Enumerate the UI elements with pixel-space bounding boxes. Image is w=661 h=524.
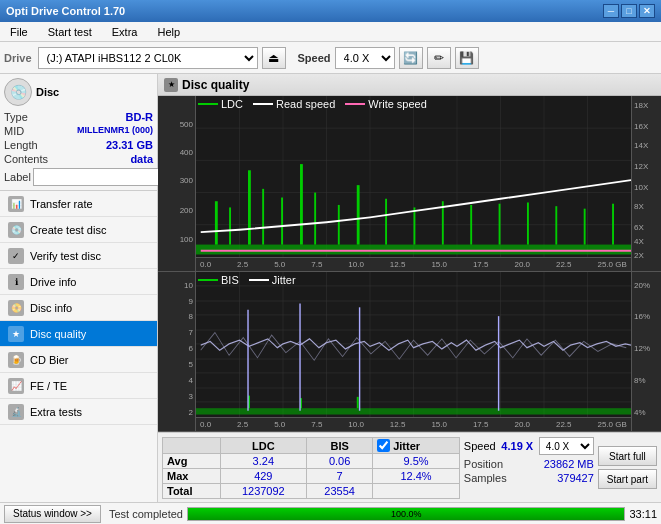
label-input[interactable] [33, 168, 166, 186]
drive-info-icon: ℹ [8, 274, 24, 290]
x-15: 15.0 [431, 260, 447, 269]
menu-help[interactable]: Help [151, 25, 186, 39]
progress-bar: 100.0% [187, 507, 626, 521]
mid-key: MID [4, 125, 24, 137]
x-17_5: 17.5 [473, 260, 489, 269]
mid-val: MILLENMR1 (000) [77, 125, 153, 137]
charts-container: LDC Read speed Write speed 500 400 300 2… [158, 96, 661, 432]
cd-bier-label: CD Bier [30, 354, 69, 366]
maximize-button[interactable]: □ [621, 4, 637, 18]
svg-rect-27 [499, 204, 501, 245]
fe-te-icon: 📈 [8, 378, 24, 394]
sidebar: 💿 Disc Type BD-R MID MILLENMR1 (000) Len… [0, 74, 158, 502]
bx-25: 25.0 GB [598, 420, 627, 429]
close-button[interactable]: ✕ [639, 4, 655, 18]
y-label-16x: 16X [634, 121, 648, 130]
disc-info-icon: 📀 [8, 300, 24, 316]
menu-bar: File Start test Extra Help [0, 22, 661, 42]
bx-5: 5.0 [274, 420, 285, 429]
disc-info-label: Disc info [30, 302, 72, 314]
col-jitter-check[interactable]: Jitter [373, 438, 460, 454]
refresh-button[interactable]: 🔄 [399, 47, 423, 69]
bx-22_5: 22.5 [556, 420, 572, 429]
bx-20: 20.0 [514, 420, 530, 429]
main-layout: 💿 Disc Type BD-R MID MILLENMR1 (000) Len… [0, 74, 661, 502]
y-label-16pct: 16% [634, 312, 650, 321]
edit-button[interactable]: ✏ [427, 47, 451, 69]
start-part-button[interactable]: Start part [598, 469, 657, 489]
content-area: ★ Disc quality LDC Read speed Write spee… [158, 74, 661, 502]
sidebar-item-transfer-rate[interactable]: 📊 Transfer rate [0, 191, 157, 217]
sidebar-item-verify-test-disc[interactable]: ✓ Verify test disc [0, 243, 157, 269]
disc-quality-icon: ★ [8, 326, 24, 342]
y-label-100: 100 [180, 235, 193, 244]
bottom-y-axis-right: 20% 16% 12% 8% 4% [631, 272, 661, 431]
y-label-7: 7 [189, 328, 193, 337]
cd-bier-icon: 🍺 [8, 352, 24, 368]
avg-jitter: 9.5% [373, 454, 460, 469]
menu-file[interactable]: File [4, 25, 34, 39]
sidebar-item-create-test-disc[interactable]: 💿 Create test disc [0, 217, 157, 243]
y-label-200: 200 [180, 205, 193, 214]
legend-read-speed: Read speed [276, 98, 335, 110]
sidebar-item-disc-quality[interactable]: ★ Disc quality [0, 321, 157, 347]
avg-bis: 0.06 [307, 454, 373, 469]
bottom-x-axis: 0.0 2.5 5.0 7.5 10.0 12.5 15.0 17.5 20.0… [196, 417, 631, 431]
svg-rect-29 [555, 206, 557, 244]
x-22_5: 22.5 [556, 260, 572, 269]
speed-sel[interactable]: 4.0 X 8.0 X [539, 437, 594, 455]
sidebar-item-cd-bier[interactable]: 🍺 CD Bier [0, 347, 157, 373]
stats-table: LDC BIS Jitter Avg 3.24 0.06 [162, 437, 460, 499]
y-label-5: 5 [189, 360, 193, 369]
y-label-14x: 14X [634, 140, 648, 149]
bottom-chart-plot [196, 272, 631, 417]
drive-select[interactable]: (J:) ATAPI iHBS112 2 CL0K [38, 47, 258, 69]
chart-icon: ★ [164, 78, 178, 92]
x-25: 25.0 GB [598, 260, 627, 269]
sidebar-item-fe-te[interactable]: 📈 FE / TE [0, 373, 157, 399]
svg-rect-53 [357, 397, 359, 408]
sidebar-item-extra-tests[interactable]: 🔬 Extra tests [0, 399, 157, 425]
extra-tests-label: Extra tests [30, 406, 82, 418]
chart-title: Disc quality [182, 78, 249, 92]
avg-ldc: 3.24 [220, 454, 307, 469]
svg-rect-24 [414, 207, 416, 244]
drive-info-label: Drive info [30, 276, 76, 288]
start-full-button[interactable]: Start full [598, 446, 657, 466]
x-0: 0.0 [200, 260, 211, 269]
drive-label: Drive [4, 52, 32, 64]
y-label-18x: 18X [634, 100, 648, 109]
x-12_5: 12.5 [390, 260, 406, 269]
position-label: Position [464, 458, 528, 470]
contents-key: Contents [4, 153, 48, 165]
type-val: BD-R [126, 111, 154, 123]
bottom-chart-svg [196, 272, 631, 417]
minimize-button[interactable]: ─ [603, 4, 619, 18]
y-label-8pct: 8% [634, 376, 646, 385]
bx-12_5: 12.5 [390, 420, 406, 429]
eject-button[interactable]: ⏏ [262, 47, 286, 69]
y-label-2: 2 [189, 407, 193, 416]
max-label: Max [163, 469, 221, 484]
sidebar-item-drive-info[interactable]: ℹ Drive info [0, 269, 157, 295]
menu-extra[interactable]: Extra [106, 25, 144, 39]
svg-rect-23 [385, 199, 387, 245]
y-label-10x: 10X [634, 182, 648, 191]
verify-test-disc-icon: ✓ [8, 248, 24, 264]
fe-te-label: FE / TE [30, 380, 67, 392]
legend-write-speed: Write speed [368, 98, 427, 110]
y-label-12x: 12X [634, 161, 648, 170]
save-button[interactable]: 💾 [455, 47, 479, 69]
jitter-checkbox[interactable] [377, 439, 390, 452]
speed-current-label: Speed [464, 440, 496, 452]
toolbar: Drive (J:) ATAPI iHBS112 2 CL0K ⏏ Speed … [0, 42, 661, 74]
col-empty [163, 438, 221, 454]
status-window-button[interactable]: Status window >> [4, 505, 101, 523]
top-y-axis-left: 500 400 300 200 100 [158, 96, 196, 271]
svg-rect-18 [281, 198, 283, 245]
length-val: 23.31 GB [106, 139, 153, 151]
sidebar-item-disc-info[interactable]: 📀 Disc info [0, 295, 157, 321]
speed-select[interactable]: 4.0 X 8.0 X 12.0 X [335, 47, 395, 69]
menu-start-test[interactable]: Start test [42, 25, 98, 39]
x-7_5: 7.5 [311, 260, 322, 269]
